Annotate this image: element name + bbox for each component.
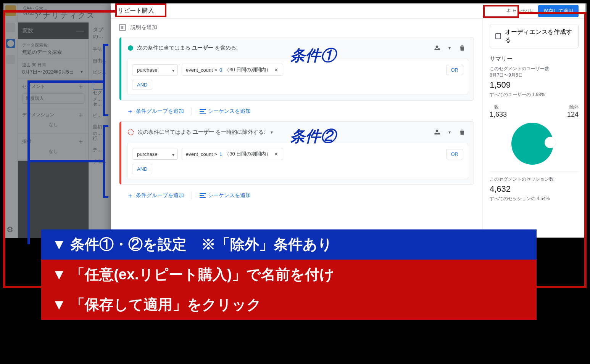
dimensions-section-label: ディメンション	[22, 112, 54, 118]
callout-2: ▼ 「任意(ex.リピート購入)」で名前を付け	[41, 260, 537, 290]
or-button[interactable]: OR	[446, 149, 464, 159]
summary-match-label: 一致	[490, 104, 507, 111]
annotation-connector	[3, 10, 5, 288]
annotation-callouts: ▼ 条件①・②を設定 ※「除外」条件あり ▼ 「任意(ex.リピート購入)」で名…	[41, 229, 537, 320]
annotation-connector	[29, 80, 104, 83]
summary-date-range: 8月7日〜9月5日	[490, 72, 579, 79]
delete-condition-icon[interactable]	[456, 42, 468, 54]
tab-settings-panel: タブの… 手法 自由… ビジ… セグメ… セ… ビ… 最初の… 行 テ… する…	[89, 22, 113, 238]
nav-advertising-icon	[6, 55, 15, 64]
annotation-connector	[29, 160, 104, 162]
chevron-down-icon: ▾	[81, 69, 83, 74]
summary-title: サマリー	[490, 55, 579, 63]
segments-section-label: セグメント	[22, 83, 45, 90]
summary-panel: オーディエンスを作成する サマリー このセグメントのユーザー数 8月7日〜9月5…	[482, 19, 585, 237]
summary-sessions-label: このセグメントのセッション数	[490, 176, 579, 183]
add-condition-group-button[interactable]: ＋条件グループを追加	[127, 191, 184, 200]
add-sequence-button[interactable]: シーケンスを追加	[200, 108, 251, 115]
summary-exclude-label: 除外	[567, 104, 579, 111]
create-audience-checkbox-row[interactable]: オーディエンスを作成する	[490, 24, 579, 48]
or-button[interactable]: OR	[446, 65, 464, 75]
add-description-link[interactable]: 説明を追加	[131, 24, 157, 31]
include-text: 次の条件に当てはまる ユーザー を含める:	[137, 45, 238, 51]
and-button[interactable]: AND	[132, 164, 152, 174]
annotation-connector	[536, 286, 586, 288]
exploration-name-label: データ探索名:	[22, 42, 84, 48]
date-range-value: 8月7日〜2022年9月5日	[22, 69, 74, 75]
chevron-down-icon: ▾	[172, 152, 174, 157]
variables-panel-title: 変数	[23, 27, 33, 34]
annotation-connector	[3, 286, 42, 288]
event-parameter-chip[interactable]: event_count > 1（30 日間の期間内） ✕	[182, 148, 283, 160]
annotation-save-highlight	[483, 5, 519, 18]
callout-3: ▼ 「保存して適用」をクリック	[41, 290, 537, 320]
left-nav-rail: ⚙	[3, 3, 18, 238]
nav-explore-icon	[6, 39, 15, 48]
summary-exclude-value: 124	[567, 111, 579, 119]
and-button[interactable]: AND	[132, 80, 152, 90]
tab-settings-title: タブの…	[93, 26, 110, 40]
sequence-icon	[200, 193, 206, 198]
annotation-label-cond1: 条件①	[290, 45, 336, 66]
include-indicator-icon	[128, 45, 133, 51]
create-audience-label: オーディエンスを作成する	[505, 28, 573, 44]
chevron-down-icon: ▾	[172, 68, 174, 73]
add-metric-icon: ＋	[77, 137, 84, 146]
chevron-down-icon[interactable]: ▾	[448, 45, 451, 51]
exploration-name-value: 無題のデータ探索	[22, 49, 84, 56]
date-range-label: 過去 30 日間	[22, 62, 84, 68]
metrics-section-label: 指標	[22, 138, 31, 145]
segment-chip: 新規購入	[22, 93, 84, 104]
nav-reports-icon	[6, 23, 15, 32]
dimensions-none: なし	[22, 119, 84, 130]
remove-param-icon[interactable]: ✕	[273, 151, 279, 157]
add-condition-group-button[interactable]: ＋条件グループを追加	[127, 107, 184, 116]
summary-users-label: このセグメントのユーザー数	[490, 66, 579, 72]
summary-users-value: 1,509	[490, 80, 579, 90]
settings-gear-icon: ⚙	[6, 225, 13, 234]
segment-builder-modal: キャンセル 保存して適用 説明を追加 次の条件に当てはまる ユーザー を含める:	[111, 3, 585, 237]
scope-selector-icon[interactable]	[431, 126, 443, 138]
exclude-text: 次の条件に当てはまる ユーザー を一時的に除外する:	[138, 129, 265, 136]
summary-match-value: 1,633	[490, 111, 507, 119]
annotation-label-cond2: 条件②	[290, 126, 336, 147]
event-selector[interactable]: purchase▾	[132, 64, 178, 75]
remove-param-icon[interactable]: ✕	[273, 67, 279, 73]
summary-sessions-value: 4,632	[490, 184, 579, 194]
exclude-indicator-icon	[128, 129, 134, 135]
scope-selector-icon[interactable]	[431, 42, 443, 54]
chevron-down-icon[interactable]: ▾	[448, 130, 451, 135]
delete-condition-icon[interactable]	[456, 126, 468, 138]
metrics-none: なし	[22, 146, 84, 157]
summary-sessions-pct: すべてのセッションの 4.54%	[490, 196, 579, 202]
add-sequence-button[interactable]: シーケンスを追加	[200, 192, 251, 199]
annotation-bracket-cond1	[103, 44, 108, 116]
summary-users-pct: すべてのユーザーの 1.98%	[490, 91, 579, 98]
chevron-down-icon[interactable]: ▾	[271, 130, 273, 135]
event-selector[interactable]: purchase▾	[132, 149, 178, 160]
save-apply-button[interactable]: 保存して適用	[538, 5, 579, 17]
callout-1: ▼ 条件①・②を設定 ※「除外」条件あり	[41, 229, 537, 260]
collapse-icon: —	[76, 26, 84, 35]
checkbox-icon[interactable]	[495, 33, 501, 39]
event-parameter-chip[interactable]: event_count > 0（30 日間の期間内） ✕	[182, 64, 283, 76]
summary-venn-chart	[494, 121, 574, 167]
annotation-name-highlight	[115, 3, 166, 17]
add-segment-icon: ＋	[77, 82, 84, 91]
annotation-connector	[27, 80, 30, 244]
sequence-icon	[200, 109, 206, 114]
description-icon	[119, 24, 126, 31]
add-dimension-icon: ＋	[77, 110, 84, 119]
annotation-connector	[3, 10, 116, 13]
annotation-connector	[518, 12, 586, 14]
annotation-connector	[584, 12, 587, 288]
